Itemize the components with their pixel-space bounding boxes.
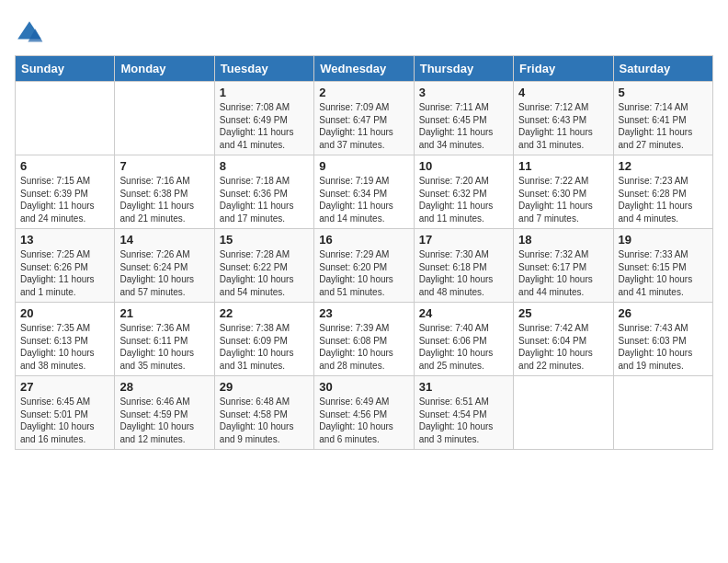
day-info: Sunrise: 7:30 AM Sunset: 6:18 PM Dayligh… (419, 248, 508, 298)
calendar-cell: 6Sunrise: 7:15 AM Sunset: 6:39 PM Daylig… (16, 155, 115, 229)
header-row: SundayMondayTuesdayWednesdayThursdayFrid… (16, 56, 713, 82)
calendar-cell: 3Sunrise: 7:11 AM Sunset: 6:45 PM Daylig… (414, 82, 513, 155)
calendar-header: SundayMondayTuesdayWednesdayThursdayFrid… (16, 56, 713, 82)
calendar-cell: 10Sunrise: 7:20 AM Sunset: 6:32 PM Dayli… (414, 155, 513, 229)
day-info: Sunrise: 7:43 AM Sunset: 6:03 PM Dayligh… (619, 322, 708, 372)
calendar-cell: 21Sunrise: 7:36 AM Sunset: 6:11 PM Dayli… (115, 303, 214, 376)
calendar-cell: 19Sunrise: 7:33 AM Sunset: 6:15 PM Dayli… (613, 229, 712, 303)
calendar-cell: 25Sunrise: 7:42 AM Sunset: 6:04 PM Dayli… (514, 303, 613, 376)
week-row-4: 20Sunrise: 7:35 AM Sunset: 6:13 PM Dayli… (16, 303, 713, 376)
calendar-body: 1Sunrise: 7:08 AM Sunset: 6:49 PM Daylig… (16, 82, 713, 450)
calendar-cell: 13Sunrise: 7:25 AM Sunset: 6:26 PM Dayli… (16, 229, 115, 303)
day-info: Sunrise: 6:45 AM Sunset: 5:01 PM Dayligh… (20, 396, 109, 445)
calendar-cell: 5Sunrise: 7:14 AM Sunset: 6:41 PM Daylig… (613, 82, 712, 155)
day-number: 4 (518, 86, 608, 99)
calendar-cell: 20Sunrise: 7:35 AM Sunset: 6:13 PM Dayli… (16, 303, 115, 376)
calendar-cell: 17Sunrise: 7:30 AM Sunset: 6:18 PM Dayli… (414, 229, 513, 303)
day-info: Sunrise: 7:15 AM Sunset: 6:39 PM Dayligh… (20, 175, 109, 224)
day-number: 23 (319, 306, 408, 320)
calendar-cell: 28Sunrise: 6:46 AM Sunset: 4:59 PM Dayli… (115, 376, 214, 450)
calendar-cell: 26Sunrise: 7:43 AM Sunset: 6:03 PM Dayli… (613, 303, 712, 376)
calendar-cell: 1Sunrise: 7:08 AM Sunset: 6:49 PM Daylig… (214, 82, 313, 155)
day-number: 11 (518, 159, 608, 173)
day-number: 22 (220, 306, 309, 320)
day-header-tuesday: Tuesday (214, 56, 313, 82)
day-header-thursday: Thursday (414, 56, 513, 82)
day-number: 1 (220, 86, 309, 99)
day-number: 28 (119, 380, 209, 394)
calendar-cell: 18Sunrise: 7:32 AM Sunset: 6:17 PM Dayli… (514, 229, 613, 303)
day-number: 12 (619, 159, 708, 173)
day-info: Sunrise: 7:16 AM Sunset: 6:38 PM Dayligh… (119, 175, 209, 224)
day-number: 5 (619, 86, 708, 99)
day-info: Sunrise: 7:19 AM Sunset: 6:34 PM Dayligh… (319, 175, 408, 224)
day-number: 17 (419, 233, 508, 247)
day-number: 15 (220, 233, 309, 247)
day-info: Sunrise: 7:09 AM Sunset: 6:47 PM Dayligh… (319, 101, 408, 151)
calendar-cell: 15Sunrise: 7:28 AM Sunset: 6:22 PM Dayli… (214, 229, 313, 303)
day-info: Sunrise: 7:26 AM Sunset: 6:24 PM Dayligh… (119, 248, 209, 298)
calendar-cell: 14Sunrise: 7:26 AM Sunset: 6:24 PM Dayli… (115, 229, 214, 303)
day-info: Sunrise: 7:12 AM Sunset: 6:43 PM Dayligh… (518, 101, 608, 151)
calendar-cell (613, 376, 712, 450)
day-info: Sunrise: 6:49 AM Sunset: 4:56 PM Dayligh… (319, 396, 408, 445)
day-info: Sunrise: 7:29 AM Sunset: 6:20 PM Dayligh… (319, 248, 408, 298)
calendar-cell: 22Sunrise: 7:38 AM Sunset: 6:09 PM Dayli… (214, 303, 313, 376)
day-header-monday: Monday (115, 56, 214, 82)
day-header-wednesday: Wednesday (314, 56, 414, 82)
day-number: 3 (419, 86, 508, 99)
calendar-cell: 29Sunrise: 6:48 AM Sunset: 4:58 PM Dayli… (214, 376, 313, 450)
day-number: 19 (619, 233, 708, 247)
day-number: 9 (319, 159, 408, 173)
logo (15, 18, 48, 48)
day-info: Sunrise: 7:40 AM Sunset: 6:06 PM Dayligh… (419, 322, 508, 372)
calendar-cell (16, 82, 115, 155)
calendar-cell: 30Sunrise: 6:49 AM Sunset: 4:56 PM Dayli… (314, 376, 414, 450)
day-number: 7 (119, 159, 209, 173)
day-number: 6 (20, 159, 109, 173)
day-info: Sunrise: 7:08 AM Sunset: 6:49 PM Dayligh… (220, 101, 309, 151)
day-number: 25 (518, 306, 608, 320)
day-number: 27 (20, 380, 109, 394)
day-info: Sunrise: 7:25 AM Sunset: 6:26 PM Dayligh… (20, 248, 109, 298)
calendar-cell: 27Sunrise: 6:45 AM Sunset: 5:01 PM Dayli… (16, 376, 115, 450)
day-number: 20 (20, 306, 109, 320)
day-number: 13 (20, 233, 109, 247)
day-info: Sunrise: 6:48 AM Sunset: 4:58 PM Dayligh… (220, 396, 309, 445)
calendar-cell (514, 376, 613, 450)
day-info: Sunrise: 7:23 AM Sunset: 6:28 PM Dayligh… (619, 175, 708, 224)
day-info: Sunrise: 7:28 AM Sunset: 6:22 PM Dayligh… (220, 248, 309, 298)
day-number: 26 (619, 306, 708, 320)
calendar-cell: 24Sunrise: 7:40 AM Sunset: 6:06 PM Dayli… (414, 303, 513, 376)
day-info: Sunrise: 6:51 AM Sunset: 4:54 PM Dayligh… (419, 396, 508, 445)
calendar-cell: 8Sunrise: 7:18 AM Sunset: 6:36 PM Daylig… (214, 155, 313, 229)
day-number: 2 (319, 86, 408, 99)
calendar-cell: 4Sunrise: 7:12 AM Sunset: 6:43 PM Daylig… (514, 82, 613, 155)
logo-icon (15, 18, 44, 48)
calendar-cell: 2Sunrise: 7:09 AM Sunset: 6:47 PM Daylig… (314, 82, 414, 155)
day-number: 18 (518, 233, 608, 247)
day-info: Sunrise: 7:38 AM Sunset: 6:09 PM Dayligh… (220, 322, 309, 372)
day-info: Sunrise: 7:22 AM Sunset: 6:30 PM Dayligh… (518, 175, 608, 224)
day-info: Sunrise: 7:35 AM Sunset: 6:13 PM Dayligh… (20, 322, 109, 372)
day-header-friday: Friday (514, 56, 613, 82)
calendar-cell: 16Sunrise: 7:29 AM Sunset: 6:20 PM Dayli… (314, 229, 414, 303)
day-info: Sunrise: 7:36 AM Sunset: 6:11 PM Dayligh… (119, 322, 209, 372)
calendar-cell: 11Sunrise: 7:22 AM Sunset: 6:30 PM Dayli… (514, 155, 613, 229)
day-header-sunday: Sunday (16, 56, 115, 82)
calendar-cell: 12Sunrise: 7:23 AM Sunset: 6:28 PM Dayli… (613, 155, 712, 229)
day-number: 8 (220, 159, 309, 173)
day-header-saturday: Saturday (613, 56, 712, 82)
calendar-table: SundayMondayTuesdayWednesdayThursdayFrid… (15, 55, 713, 450)
day-number: 24 (419, 306, 508, 320)
day-info: Sunrise: 7:33 AM Sunset: 6:15 PM Dayligh… (619, 248, 708, 298)
week-row-1: 1Sunrise: 7:08 AM Sunset: 6:49 PM Daylig… (16, 82, 713, 155)
day-info: Sunrise: 7:18 AM Sunset: 6:36 PM Dayligh… (220, 175, 309, 224)
calendar-cell: 9Sunrise: 7:19 AM Sunset: 6:34 PM Daylig… (314, 155, 414, 229)
day-info: Sunrise: 7:20 AM Sunset: 6:32 PM Dayligh… (419, 175, 508, 224)
page-header (15, 15, 713, 48)
day-info: Sunrise: 7:42 AM Sunset: 6:04 PM Dayligh… (518, 322, 608, 372)
week-row-2: 6Sunrise: 7:15 AM Sunset: 6:39 PM Daylig… (16, 155, 713, 229)
day-number: 16 (319, 233, 408, 247)
calendar-cell: 23Sunrise: 7:39 AM Sunset: 6:08 PM Dayli… (314, 303, 414, 376)
